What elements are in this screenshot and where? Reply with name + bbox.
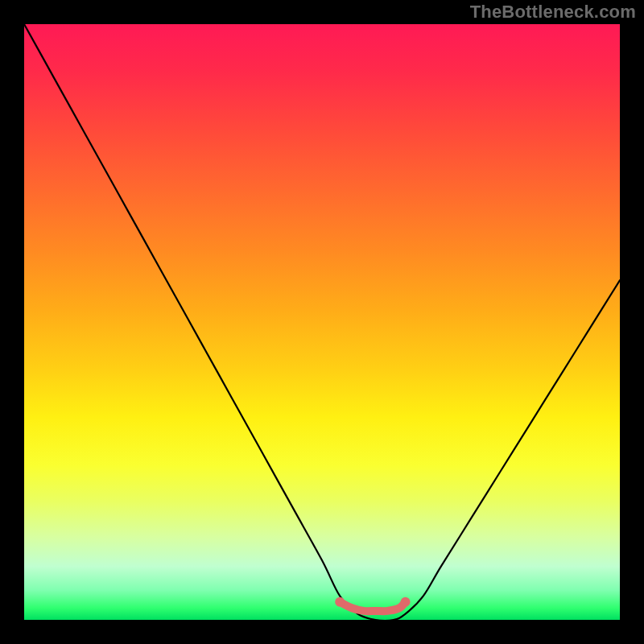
watermark-text: TheBottleneck.com [470,2,636,23]
flat-bottom-marker-path [340,602,405,611]
flat-bottom-start-dot [335,597,345,607]
chart-frame: TheBottleneck.com [0,0,644,644]
curve-svg [24,24,620,620]
flat-bottom-end-dot [401,597,411,607]
bottleneck-curve-path [24,24,620,620]
plot-area [24,24,620,620]
